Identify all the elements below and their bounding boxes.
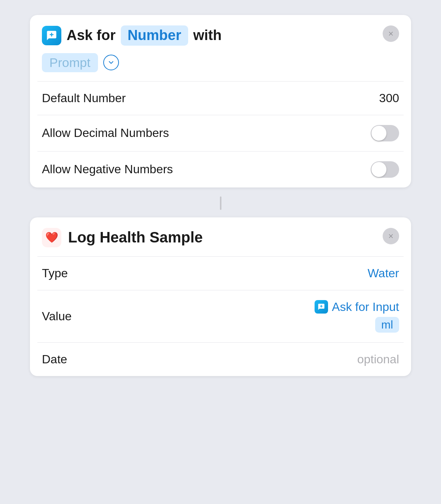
message-plus-icon-2 xyxy=(318,303,325,311)
allow-decimal-toggle[interactable] xyxy=(371,125,399,141)
close-icon xyxy=(388,30,394,37)
type-label: Type xyxy=(42,266,68,280)
card1-header: Ask for Number with xyxy=(30,15,411,53)
ask-for-label: Ask for xyxy=(67,27,116,44)
value-content: Ask for Input ml xyxy=(315,300,399,333)
chevron-down-button[interactable] xyxy=(103,55,119,70)
type-row: Type Water xyxy=(30,257,411,290)
ask-input-app-icon xyxy=(42,26,61,45)
value-label: Value xyxy=(42,309,71,323)
ask-input-icon xyxy=(315,300,328,314)
prompt-badge[interactable]: Prompt xyxy=(42,53,98,72)
ask-for-input-row[interactable]: Ask for Input xyxy=(315,300,399,314)
chevron-down-icon xyxy=(107,59,115,66)
close-icon-2 xyxy=(388,233,394,239)
card2-header: ❤️ Log Health Sample xyxy=(30,217,411,256)
default-number-label: Default Number xyxy=(42,91,126,105)
scroll-bar xyxy=(220,196,221,210)
default-number-value[interactable]: 300 xyxy=(379,91,399,105)
card1-sub-header: Prompt xyxy=(30,53,411,81)
value-row: Value Ask for Input ml xyxy=(30,290,411,342)
toggle-knob-2 xyxy=(371,162,386,177)
heart-icon: ❤️ xyxy=(45,231,58,244)
scroll-indicator xyxy=(220,193,221,211)
card2-close-button[interactable] xyxy=(383,228,399,244)
allow-negative-label: Allow Negative Numbers xyxy=(42,162,173,176)
allow-negative-toggle[interactable] xyxy=(371,161,399,178)
allow-decimal-label: Allow Decimal Numbers xyxy=(42,126,169,140)
ask-for-input-text: Ask for Input xyxy=(332,300,399,314)
message-plus-icon xyxy=(46,30,57,41)
log-health-title: Log Health Sample xyxy=(68,229,203,246)
with-label: with xyxy=(193,27,222,44)
date-value[interactable]: optional xyxy=(357,352,399,366)
default-number-row: Default Number 300 xyxy=(30,82,411,115)
health-icon: ❤️ xyxy=(42,228,61,247)
date-row: Date optional xyxy=(30,343,411,376)
ask-for-number-card: Ask for Number with Prompt Default Numbe… xyxy=(30,15,411,187)
unit-badge[interactable]: ml xyxy=(375,317,399,333)
date-label: Date xyxy=(42,352,67,366)
card1-close-button[interactable] xyxy=(383,25,399,42)
number-badge[interactable]: Number xyxy=(121,25,188,46)
toggle-knob xyxy=(371,126,386,141)
log-health-sample-card: ❤️ Log Health Sample Type Water Value As… xyxy=(30,217,411,376)
allow-negative-row: Allow Negative Numbers xyxy=(30,152,411,187)
allow-decimal-row: Allow Decimal Numbers xyxy=(30,115,411,151)
type-value[interactable]: Water xyxy=(368,266,399,280)
